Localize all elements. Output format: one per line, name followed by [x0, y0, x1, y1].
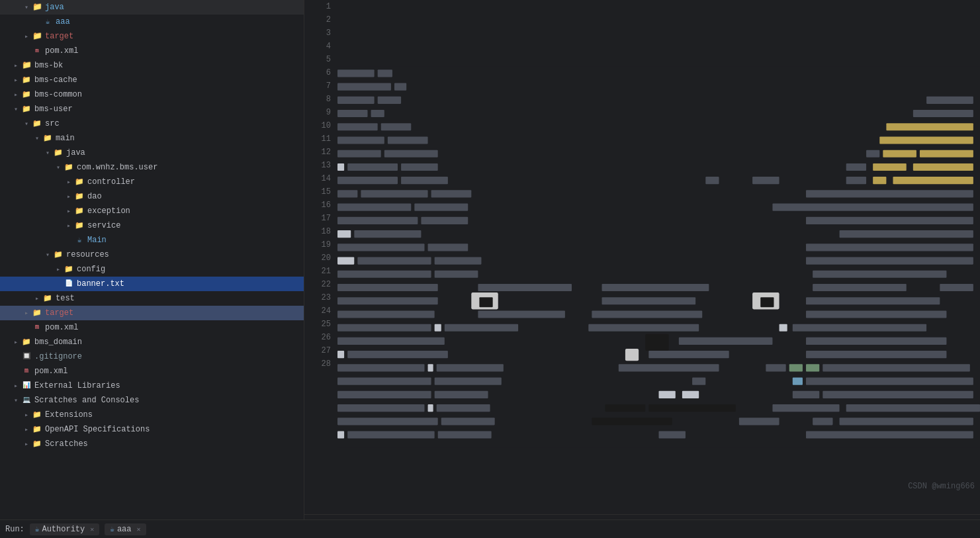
arrow-extensions[interactable] — [21, 411, 32, 419]
tree-label: bms-common — [34, 90, 82, 99]
tree-item-test[interactable]: 📁 test — [0, 291, 304, 306]
tree-label: bms-cache — [34, 75, 77, 85]
folder-icon: 📁 — [53, 249, 64, 260]
folder-icon: 📁 — [32, 308, 42, 318]
tree-item-config[interactable]: 📁 config — [0, 262, 304, 277]
tree-label: Scratches and Consoles — [34, 396, 139, 405]
svg-rect-31 — [752, 177, 779, 184]
arrow-test[interactable] — [32, 294, 42, 302]
run-tab-authority[interactable]: ☕ Authority ✕ — [30, 523, 99, 535]
arrow-controller[interactable] — [64, 178, 74, 186]
svg-rect-11 — [337, 123, 378, 130]
svg-rect-30 — [705, 177, 719, 184]
svg-rect-58 — [337, 284, 438, 291]
arrow-target1[interactable] — [21, 32, 32, 40]
tree-item-gitignore[interactable]: 🔲 .gitignore — [0, 349, 304, 364]
arrow-bms-domain[interactable] — [11, 338, 21, 346]
tree-item-extensions[interactable]: 📁 Extensions — [0, 408, 304, 422]
arrow-bms-bk[interactable] — [11, 62, 21, 69]
editor-scrollbar[interactable] — [304, 514, 980, 519]
tree-item-pom3[interactable]: m pom.xml — [0, 364, 304, 379]
svg-rect-34 — [893, 177, 973, 184]
tree-item-main[interactable]: 📁 main — [0, 131, 304, 146]
tree-label: exception — [87, 206, 130, 216]
arrow-dao[interactable] — [64, 193, 74, 201]
tree-item-target1[interactable]: 📁 target — [0, 29, 304, 44]
svg-rect-13 — [886, 123, 973, 130]
xml-icon: m — [21, 366, 32, 377]
arrow-scratches-sub[interactable] — [21, 440, 32, 448]
tree-label: Main — [87, 236, 107, 245]
run-tab-close-authority[interactable]: ✕ — [90, 525, 94, 533]
tree-item-scratches-sub[interactable]: 📁 Scratches — [0, 437, 304, 451]
arrow-bms-cache[interactable] — [11, 76, 21, 84]
tree-item-bms-bk[interactable]: 📁 bms-bk — [0, 58, 304, 73]
arrow-config[interactable] — [53, 265, 64, 273]
tree-item-aaa[interactable]: ☕ aaa — [0, 15, 304, 29]
arrow-bms-user[interactable] — [11, 105, 21, 113]
tree-item-target2[interactable]: 📁 target — [0, 306, 304, 320]
arrow-openapi[interactable] — [21, 426, 32, 433]
class-icon: ☕ — [42, 17, 53, 27]
arrow-exception[interactable] — [64, 207, 74, 215]
arrow-target2[interactable] — [21, 309, 32, 317]
tree-label: com.wnhz.bms.user — [77, 163, 157, 172]
svg-rect-124 — [659, 431, 686, 438]
arrow-bms-common[interactable] — [11, 91, 21, 99]
svg-rect-80 — [337, 337, 445, 345]
tree-item-src[interactable]: 📁 src — [0, 116, 304, 131]
tree-item-controller[interactable]: 📁 controller — [0, 175, 304, 189]
tree-item-dao[interactable]: 📁 dao — [0, 189, 304, 204]
line-numbers: 1 2 3 4 5 6 7 8 9 10 11 12 13 14 15 16 1… — [304, 0, 337, 514]
arrow-java[interactable] — [21, 3, 32, 11]
svg-rect-46 — [354, 230, 421, 238]
arrow-ext-libraries[interactable] — [11, 382, 21, 390]
tree-item-scratches-and-consoles[interactable]: 💻 Scratches and Consoles — [0, 393, 304, 408]
tree-item-bms-user[interactable]: 📁 bms-user — [0, 102, 304, 116]
tree-item-pom1[interactable]: m pom.xml — [0, 44, 304, 58]
arrow-scratches[interactable] — [11, 396, 21, 404]
arrow-src[interactable] — [21, 120, 32, 128]
svg-rect-14 — [337, 136, 384, 144]
tree-item-bms-cache[interactable]: 📁 bms-cache — [0, 73, 304, 87]
svg-rect-32 — [846, 177, 866, 184]
svg-rect-102 — [337, 391, 431, 398]
tree-label: service — [87, 221, 120, 230]
svg-rect-7 — [926, 97, 973, 104]
tree-item-openapi[interactable]: 📁 OpenAPI Specifications — [0, 422, 304, 437]
arrow-com-wnhz[interactable] — [53, 163, 64, 171]
code-view[interactable]: CSDN @wming666 — [337, 0, 980, 514]
arrow-java-inner[interactable] — [42, 149, 53, 157]
svg-rect-16 — [879, 136, 973, 144]
tree-item-pom2[interactable]: m pom.xml — [0, 320, 304, 335]
tree-item-java-inner[interactable]: 📁 java — [0, 146, 304, 160]
arrow-service[interactable] — [64, 222, 74, 230]
folder-icon: 📁 — [21, 104, 32, 114]
run-tab-aaa[interactable]: ☕ aaa ✕ — [105, 523, 146, 535]
svg-rect-117 — [592, 418, 672, 425]
tree-item-exception[interactable]: 📁 exception — [0, 204, 304, 218]
run-tab-icon-aaa: ☕ — [110, 525, 114, 533]
arrow-resources[interactable] — [42, 251, 53, 259]
run-tab-close-aaa[interactable]: ✕ — [137, 525, 141, 533]
svg-rect-78 — [780, 324, 787, 332]
tree-label: target — [45, 308, 73, 318]
tree-item-bms-common[interactable]: 📁 bms-common — [0, 87, 304, 102]
banner-art — [337, 0, 980, 514]
arrow-main[interactable] — [32, 134, 42, 142]
tree-item-java[interactable]: 📁 java — [0, 0, 304, 15]
tree-label: pom.xml — [45, 323, 78, 332]
folder-icon: 📁 — [64, 264, 74, 275]
tree-item-banner-txt[interactable]: 📄 banner.txt — [0, 277, 304, 291]
tree-item-service[interactable]: 📁 service — [0, 218, 304, 233]
tree-item-ext-libraries[interactable]: 📊 External Libraries — [0, 379, 304, 393]
tree-item-bms-domain[interactable]: 📁 bms_domain — [0, 335, 304, 349]
tree-item-resources[interactable]: 📁 resources — [0, 247, 304, 262]
tree-label: java — [45, 3, 64, 12]
svg-rect-37 — [431, 190, 472, 197]
tree-item-main-class[interactable]: ☕ Main — [0, 233, 304, 247]
sidebar-tree[interactable]: 📁 java ☕ aaa 📁 target m p — [0, 0, 304, 519]
project-sidebar: 📁 java ☕ aaa 📁 target m p — [0, 0, 304, 519]
svg-rect-99 — [692, 378, 705, 385]
tree-item-com-wnhz[interactable]: 📁 com.wnhz.bms.user — [0, 160, 304, 175]
